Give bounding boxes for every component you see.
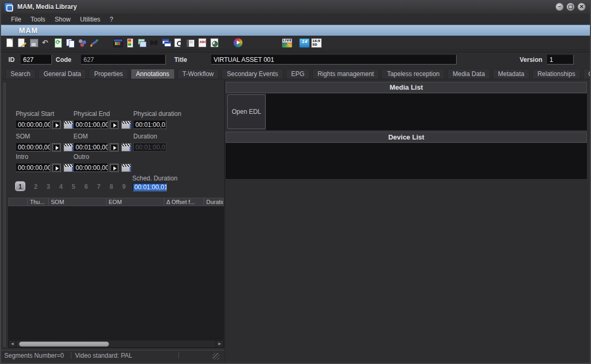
eom-clapper-icon[interactable] [121,143,131,152]
column-header-duration[interactable]: Duration [204,198,224,206]
menu-tools[interactable]: Tools [26,16,50,23]
cascade-windows-icon[interactable] [161,37,171,48]
som-field[interactable]: 00:00:00,00 [16,143,50,152]
tab-relationships[interactable]: Relationships [532,69,581,79]
tab-t-workflow[interactable]: T-Workflow [177,69,219,79]
column-header-som[interactable]: SOM [49,198,107,206]
segments-table-body[interactable] [8,206,224,339]
menu-show[interactable]: Show [50,16,75,23]
live-icon[interactable] [281,37,292,48]
title-bar[interactable]: MAM, Media Library – ▢ ✕ [1,0,590,14]
annotate-icon[interactable] [89,37,99,48]
code-input[interactable] [81,55,166,65]
report-pie-icon[interactable] [209,37,219,48]
intro-clapper-icon[interactable] [64,164,73,172]
horizontal-scrollbar[interactable]: ◄ ► [8,340,224,348]
tab-secondary-events[interactable]: Secondary Events [221,69,283,79]
menu-help[interactable]: ? [105,16,118,23]
preview-document-icon[interactable] [173,37,183,48]
media-list-header: Media List [226,82,587,93]
intro-field[interactable]: 00:00:00,00 [16,163,50,172]
copy-images-icon[interactable] [136,37,147,48]
physical-end-play-icon[interactable] [110,121,119,129]
aspect-ratio-16-9-sd-icon[interactable] [311,37,321,48]
physical-end-field[interactable]: 00:01:00,00 [73,120,108,129]
new-document-icon[interactable] [4,37,15,48]
scroll-left-icon[interactable]: ◄ [9,340,16,347]
column-header-thu[interactable]: Thu... [28,198,49,206]
physical-end-clapper-icon[interactable] [121,121,131,129]
tab-search[interactable]: Search [5,69,36,79]
segment-page-9[interactable]: 9 [119,183,129,190]
som-clapper-icon[interactable] [64,143,73,152]
title-input[interactable] [211,55,457,65]
video-standard: Video standard: PAL [75,352,132,359]
undo-icon[interactable] [40,37,51,48]
physical-start-field[interactable]: 00:00:00,00 [16,120,50,129]
version-input[interactable] [547,55,574,65]
segment-page-3[interactable]: 3 [43,183,54,190]
tab-rights-management[interactable]: Rights management [312,69,379,79]
edit-asset-icon[interactable] [16,37,27,48]
maximize-icon[interactable]: ▢ [566,3,575,11]
tab-metadata[interactable]: Metadata [493,69,530,79]
physical-duration-field[interactable]: 00:01:00,01 [133,120,166,129]
resize-grip-icon[interactable] [213,353,219,360]
segment-page-6[interactable]: 6 [81,183,91,190]
id-input[interactable] [20,55,52,65]
save-icon[interactable] [28,37,39,48]
som-label: SOM [16,133,30,140]
tab-tapeless-reception[interactable]: Tapeless reception [382,69,445,79]
intro-play-icon[interactable] [52,164,61,172]
eom-label: EOM [73,133,88,140]
copy-icon[interactable] [65,37,75,48]
tab-epg[interactable]: EPG [286,69,310,79]
sched-duration-field[interactable]: 00:01:00,01 [132,183,167,191]
segment-page-2[interactable]: 2 [30,183,41,190]
left-splitter[interactable] [2,82,7,348]
outro-field[interactable]: 00:00:00,00 [73,163,108,172]
timecode-icon[interactable] [299,37,309,48]
status-bar: Segments Number=0 Video standard: PAL [1,350,225,361]
som-play-icon[interactable] [52,143,61,152]
device-list-area[interactable] [226,143,587,179]
tab-operations[interactable]: Operations [583,69,591,79]
player-launch-icon[interactable] [233,37,243,48]
status-divider [178,352,179,359]
spell-check-icon[interactable] [197,37,207,48]
eom-field[interactable]: 00:01:00,00 [73,143,108,152]
search-icon[interactable] [149,37,159,48]
media-list-area[interactable] [266,94,587,130]
tab-annotations[interactable]: Annotations [131,69,174,79]
segments-count: Segments Number=0 [4,352,64,359]
column-header-offset-f[interactable]: Δ Offset f... [164,198,204,206]
menu-utilities[interactable]: Utilities [75,16,105,23]
menu-file[interactable]: File [6,16,26,23]
media-book-icon[interactable] [185,37,195,48]
refresh-icon[interactable] [52,37,63,48]
scrollbar-thumb[interactable] [19,341,109,347]
tab-general-data[interactable]: General Data [38,69,86,79]
column-header-eom[interactable]: EOM [107,198,164,206]
color-bars-icon[interactable] [124,37,135,48]
banner-title: MAM [19,26,38,35]
close-icon[interactable]: ✕ [577,3,586,11]
eom-play-icon[interactable] [110,143,119,152]
media-player-icon[interactable] [112,37,123,48]
scroll-right-icon[interactable]: ► [216,340,223,347]
group-assets-icon[interactable] [77,37,87,48]
outro-play-icon[interactable] [110,164,119,172]
segment-page-7[interactable]: 7 [93,183,104,190]
segment-page-1[interactable]: 1 [15,181,25,191]
outro-clapper-icon[interactable] [121,164,131,172]
physical-start-play-icon[interactable] [52,121,61,129]
tab-properties[interactable]: Properties [89,69,128,79]
minimize-icon[interactable]: – [555,3,564,11]
segment-page-8[interactable]: 8 [106,183,117,190]
physical-start-clapper-icon[interactable] [64,121,73,129]
column-header-help[interactable] [9,198,28,206]
segment-page-5[interactable]: 5 [68,183,79,190]
tab-media-data[interactable]: Media Data [447,69,490,79]
segment-page-4[interactable]: 4 [56,183,66,190]
open-edl-button[interactable]: Open EDL [227,94,266,129]
